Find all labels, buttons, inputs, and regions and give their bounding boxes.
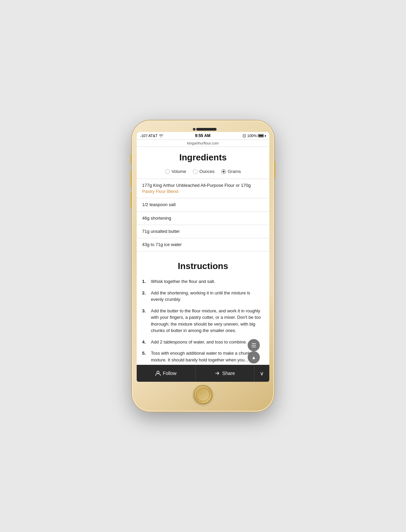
grams-radio[interactable]: [221, 169, 226, 174]
screen-content: ☰ ▲ Ingredients Volume Ounces: [137, 147, 269, 382]
url-bar[interactable]: kingarthurflour.com: [137, 140, 269, 147]
home-button[interactable]: [194, 385, 212, 404]
ingredients-title: Ingredients: [137, 147, 269, 167]
ingredient-list: 177g King Arthur Unbleached All-Purpose …: [137, 179, 269, 251]
step-num-5: 5.: [142, 350, 148, 363]
ounces-label: Ounces: [199, 169, 215, 174]
share-label: Share: [222, 371, 235, 376]
phone-screen: -107 AT&T 9:55 AM 100%: [137, 132, 269, 382]
step-num-3: 3.: [142, 308, 148, 334]
url-text: kingarthurflour.com: [187, 141, 219, 145]
share-button[interactable]: Share: [196, 365, 254, 382]
power-button[interactable]: [274, 161, 276, 178]
share-icon: [215, 371, 220, 376]
volume-label: Volume: [172, 169, 186, 174]
grams-option[interactable]: Grams: [221, 169, 241, 174]
speaker-grille: [196, 128, 217, 131]
ingredient-text-4: 71g unsalted butter: [142, 229, 180, 234]
chevron-down-icon: ∨: [260, 370, 264, 377]
volume-radio[interactable]: [165, 169, 170, 174]
instruction-item-3: 3. Add the butter to the flour mixture, …: [142, 308, 264, 334]
phone-bottom: [194, 382, 212, 407]
up-arrow-icon: ▲: [251, 355, 256, 360]
step-text-4: Add 2 tablespoons of water, and toss to …: [151, 339, 247, 346]
battery-percent: 100%: [247, 134, 257, 138]
front-camera: [193, 128, 196, 131]
step-text-1: Whisk together the flour and salt.: [151, 278, 215, 285]
instruction-item-1: 1. Whisk together the flour and salt.: [142, 278, 264, 285]
mute-button[interactable]: [130, 154, 132, 164]
ounces-radio[interactable]: [193, 169, 198, 174]
follow-button[interactable]: Follow: [137, 365, 196, 382]
carrier-label: -107 AT&T: [140, 134, 158, 138]
step-num-1: 1.: [142, 278, 148, 285]
bottom-bar: Follow Share ∨: [137, 365, 269, 382]
measurement-toggles: Volume Ounces Grams: [137, 167, 269, 179]
status-right: 100%: [242, 134, 266, 138]
volume-down-button[interactable]: [130, 192, 132, 208]
phone-top: [137, 125, 269, 132]
phone-device: -107 AT&T 9:55 AM 100%: [132, 120, 274, 412]
time-display: 9:55 AM: [195, 133, 211, 138]
instruction-item-4: 4. Add 2 tablespoons of water, and toss …: [142, 339, 264, 346]
battery-icon: [258, 134, 264, 137]
pastry-flour-link[interactable]: Pastry Flour Blend: [142, 189, 178, 194]
ounces-option[interactable]: Ounces: [193, 169, 215, 174]
float-up-button[interactable]: ▲: [248, 351, 260, 363]
follow-person-icon: [155, 371, 161, 376]
instruction-item-5: 5. Toss with enough additional water to …: [142, 350, 264, 363]
svg-point-5: [157, 371, 159, 374]
svg-line-3: [243, 134, 244, 135]
step-text-2: Add the shortening, working it in until …: [151, 290, 264, 303]
alarm-icon: [242, 134, 246, 138]
step-num-2: 2.: [142, 290, 148, 303]
battery-tip: [265, 135, 266, 137]
instructions-list: 1. Whisk together the flour and salt. 2.…: [137, 275, 269, 365]
step-text-3: Add the butter to the flour mixture, and…: [151, 308, 264, 334]
ingredient-item: 43g to 71g ice water: [137, 238, 269, 251]
step-num-4: 4.: [142, 339, 148, 346]
ingredient-item: 1/2 teaspoon salt: [137, 198, 269, 212]
step-text-5: Toss with enough additional water to mak…: [151, 350, 264, 363]
ingredient-item: 177g King Arthur Unbleached All-Purpose …: [137, 179, 269, 198]
status-left: -107 AT&T: [140, 134, 163, 138]
volume-up-button[interactable]: [130, 171, 132, 187]
volume-option[interactable]: Volume: [165, 169, 186, 174]
ingredient-item: 46g shortening: [137, 212, 269, 225]
wifi-icon: [159, 134, 163, 137]
ingredient-text-5: 43g to 71g ice water: [142, 242, 182, 247]
float-menu-button[interactable]: ☰: [248, 339, 260, 351]
ingredient-text-1: 177g King Arthur Unbleached All-Purpose …: [142, 183, 251, 188]
ingredient-text-3: 46g shortening: [142, 216, 171, 221]
instruction-item-2: 2. Add the shortening, working it in unt…: [142, 290, 264, 303]
home-button-inner: [196, 388, 210, 401]
ingredient-item: 71g unsalted butter: [137, 225, 269, 238]
follow-label: Follow: [163, 371, 176, 376]
grams-label: Grams: [228, 169, 241, 174]
menu-icon: ☰: [251, 342, 256, 349]
status-bar: -107 AT&T 9:55 AM 100%: [137, 132, 269, 140]
svg-line-4: [245, 134, 246, 135]
ingredient-text-2: 1/2 teaspoon salt: [142, 202, 176, 207]
instructions-title: Instructions: [137, 256, 269, 275]
chevron-down-button[interactable]: ∨: [254, 365, 269, 382]
scroll-area[interactable]: Ingredients Volume Ounces Grams: [137, 147, 269, 365]
